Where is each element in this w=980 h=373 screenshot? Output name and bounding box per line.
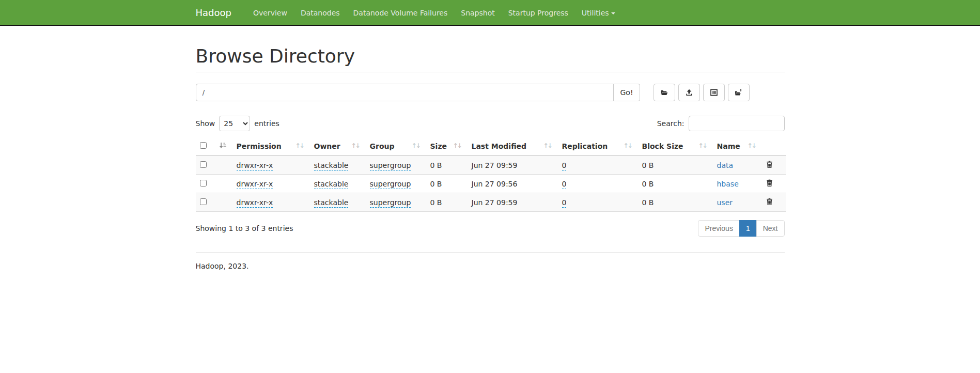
column-header-size[interactable]: Size ↑↓: [426, 137, 468, 156]
sort-icon: ↑↓: [747, 142, 755, 149]
trash-icon: [766, 180, 773, 188]
column-header-block-size[interactable]: Block Size ↑↓: [638, 137, 713, 156]
column-header-permission[interactable]: Permission ↑↓: [232, 137, 310, 156]
column-label: Size: [430, 142, 447, 150]
column-label: Group: [370, 142, 395, 150]
size-cell: 0 B: [430, 161, 442, 169]
delete-button[interactable]: [766, 198, 773, 207]
size-cell: 0 B: [430, 198, 442, 207]
permission-cell[interactable]: drwxr-xr-x: [237, 180, 273, 189]
sort-icon: ↑↓: [411, 142, 419, 149]
group-cell[interactable]: supergroup: [370, 161, 411, 170]
directory-table: Permission ↑↓ Owner ↑↓ Group ↑↓ Size ↑↓ …: [196, 137, 786, 212]
footer-text: Hadoop, 2023.: [196, 262, 785, 270]
list-alt-icon: [710, 89, 718, 96]
select-all-header[interactable]: [196, 137, 232, 156]
sort-icon: ↑↓: [623, 142, 631, 149]
nav-item-datanode-volume-failures[interactable]: Datanode Volume Failures: [347, 0, 455, 26]
search-label: Search:: [657, 119, 685, 128]
column-label: Block Size: [642, 142, 683, 150]
nav-item-startup-progress[interactable]: Startup Progress: [502, 0, 575, 26]
folder-arrow-icon: [735, 89, 742, 96]
delete-button[interactable]: [766, 161, 773, 169]
select-all-checkbox[interactable]: [200, 142, 207, 149]
block-size-cell: 0 B: [642, 198, 654, 207]
upload-icon: [686, 89, 693, 96]
column-label: Name: [717, 142, 740, 150]
trash-icon: [766, 162, 773, 169]
owner-cell[interactable]: stackable: [314, 180, 349, 189]
sort-icon: ↑↓: [698, 142, 706, 149]
go-button[interactable]: Go!: [614, 84, 640, 101]
nav-item-utilities-label: Utilities: [582, 9, 609, 17]
path-input[interactable]: [196, 84, 614, 101]
group-cell[interactable]: supergroup: [370, 180, 411, 189]
page-size-select[interactable]: 25: [219, 116, 250, 131]
replication-cell[interactable]: 0: [562, 198, 567, 208]
navbar: Hadoop Overview Datanodes Datanode Volum…: [0, 0, 980, 26]
nav-item-datanodes[interactable]: Datanodes: [294, 0, 347, 26]
nav-item-overview[interactable]: Overview: [246, 0, 294, 26]
trash-icon: [766, 199, 773, 207]
navbar-brand[interactable]: Hadoop: [196, 0, 239, 26]
column-label: Replication: [562, 142, 608, 150]
column-header-owner[interactable]: Owner ↑↓: [310, 137, 366, 156]
column-header-last-modified[interactable]: Last Modified ↑↓: [468, 137, 558, 156]
size-cell: 0 B: [430, 180, 442, 188]
table-info: Showing 1 to 3 of 3 entries: [196, 224, 293, 232]
last-modified-cell: Jun 27 09:59: [472, 161, 518, 169]
table-row: drwxr-xr-x stackable supergroup 0 B Jun …: [196, 156, 786, 175]
replication-cell[interactable]: 0: [562, 161, 567, 170]
table-row: drwxr-xr-x stackable supergroup 0 B Jun …: [196, 175, 786, 193]
nav-item-utilities-dropdown[interactable]: Utilities: [575, 0, 622, 26]
permission-cell[interactable]: drwxr-xr-x: [237, 198, 273, 208]
sort-icon: ↑↓: [351, 142, 359, 149]
column-label: Owner: [314, 142, 340, 150]
folder-open-button[interactable]: [654, 84, 675, 101]
divider: [196, 72, 785, 72]
folder-arrow-button[interactable]: [728, 84, 750, 101]
permission-cell[interactable]: drwxr-xr-x: [237, 161, 273, 170]
column-header-name[interactable]: Name ↑↓: [713, 137, 762, 156]
explorer-toolbar: [654, 84, 750, 101]
path-bar: Go!: [196, 84, 785, 101]
directory-link[interactable]: user: [717, 198, 733, 207]
row-checkbox[interactable]: [200, 180, 207, 186]
chevron-down-icon: [611, 12, 615, 14]
entries-label: entries: [254, 119, 279, 128]
row-checkbox[interactable]: [200, 198, 207, 205]
sort-icon: ↑↓: [453, 142, 461, 149]
nav-item-snapshot[interactable]: Snapshot: [454, 0, 501, 26]
folder-open-icon: [660, 89, 668, 96]
column-label: Permission: [237, 142, 282, 150]
row-checkbox[interactable]: [200, 161, 207, 168]
page-title: Browse Directory: [196, 45, 785, 67]
list-alt-button[interactable]: [703, 84, 725, 101]
upload-button[interactable]: [678, 84, 700, 101]
replication-cell[interactable]: 0: [562, 180, 567, 189]
column-header-actions: [762, 137, 786, 156]
delete-button[interactable]: [766, 179, 773, 188]
sort-icon: ↑↓: [543, 142, 551, 149]
directory-link[interactable]: data: [717, 161, 734, 169]
column-label: Last Modified: [472, 142, 527, 150]
owner-cell[interactable]: stackable: [314, 198, 349, 208]
last-modified-cell: Jun 27 09:56: [472, 180, 518, 188]
search-input[interactable]: [689, 116, 785, 131]
group-cell[interactable]: supergroup: [370, 198, 411, 208]
table-header-row: Permission ↑↓ Owner ↑↓ Group ↑↓ Size ↑↓ …: [196, 137, 786, 156]
directory-link[interactable]: hbase: [717, 180, 739, 188]
last-modified-cell: Jun 27 09:59: [472, 198, 518, 207]
column-header-group[interactable]: Group ↑↓: [366, 137, 426, 156]
column-header-replication[interactable]: Replication ↑↓: [558, 137, 638, 156]
table-row: drwxr-xr-x stackable supergroup 0 B Jun …: [196, 193, 786, 212]
divider: [196, 252, 785, 253]
block-size-cell: 0 B: [642, 161, 654, 169]
pagination-next[interactable]: Next: [756, 220, 785, 237]
pagination-previous[interactable]: Previous: [698, 220, 739, 237]
pagination-page-1[interactable]: 1: [739, 220, 757, 237]
owner-cell[interactable]: stackable: [314, 161, 349, 170]
pagination: Previous 1 Next: [698, 220, 784, 237]
sort-ascending-icon: [219, 142, 226, 150]
block-size-cell: 0 B: [642, 180, 654, 188]
